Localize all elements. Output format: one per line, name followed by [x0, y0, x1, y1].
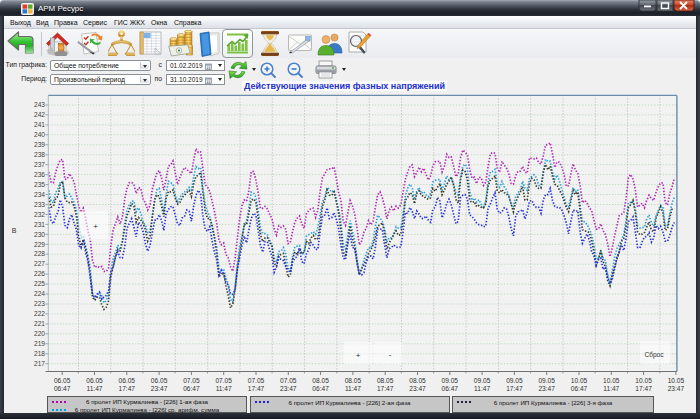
svg-text:10.05: 10.05: [571, 377, 588, 384]
svg-text:06.05: 06.05: [151, 377, 168, 384]
svg-text:-: -: [389, 350, 392, 359]
svg-text:243: 243: [34, 101, 45, 108]
svg-text:226: 226: [34, 270, 45, 277]
svg-text:09.05: 09.05: [538, 377, 555, 384]
svg-text:11:47: 11:47: [603, 385, 619, 392]
svg-text:08.05: 08.05: [377, 377, 394, 384]
svg-text:228: 228: [34, 250, 45, 257]
svg-text:06:47: 06:47: [54, 385, 71, 392]
svg-text:229: 229: [34, 241, 45, 248]
svg-text:+: +: [356, 351, 361, 360]
svg-text:07.05: 07.05: [215, 377, 232, 384]
svg-text:221: 221: [34, 320, 45, 327]
svg-text:+: +: [93, 222, 98, 231]
svg-text:06:47: 06:47: [442, 385, 459, 392]
svg-text:Сброс: Сброс: [644, 351, 664, 359]
svg-text:222: 222: [34, 310, 45, 317]
svg-text:232: 232: [34, 211, 45, 218]
svg-text:224: 224: [34, 290, 45, 297]
svg-text:09.05: 09.05: [506, 377, 523, 384]
svg-text:06:47: 06:47: [571, 385, 588, 392]
svg-text:06:47: 06:47: [312, 385, 329, 392]
svg-text:225: 225: [34, 280, 45, 287]
svg-text:218: 218: [34, 350, 45, 357]
svg-text:17:47: 17:47: [506, 385, 523, 392]
svg-text:219: 219: [34, 340, 45, 347]
svg-text:10.05: 10.05: [668, 377, 685, 384]
svg-text:06.05: 06.05: [119, 377, 136, 384]
svg-text:17:47: 17:47: [635, 385, 652, 392]
svg-text:11:47: 11:47: [474, 385, 490, 392]
svg-text:11:47: 11:47: [345, 385, 361, 392]
svg-text:217: 217: [34, 360, 45, 367]
svg-text:07.05: 07.05: [248, 377, 265, 384]
svg-text:11:47: 11:47: [86, 385, 102, 392]
svg-text:06.05: 06.05: [54, 377, 71, 384]
svg-text:23:47: 23:47: [409, 385, 426, 392]
svg-text:23:47: 23:47: [668, 385, 685, 392]
svg-text:223: 223: [34, 300, 45, 307]
svg-text:237: 237: [34, 161, 45, 168]
svg-text:233: 233: [34, 201, 45, 208]
svg-text:07.05: 07.05: [280, 377, 297, 384]
svg-text:10.05: 10.05: [635, 377, 652, 384]
svg-text:В: В: [12, 227, 17, 234]
svg-text:08.05: 08.05: [409, 377, 426, 384]
svg-text:239: 239: [34, 141, 45, 148]
svg-text:236: 236: [34, 171, 45, 178]
svg-text:17:47: 17:47: [377, 385, 394, 392]
svg-text:09.05: 09.05: [442, 377, 459, 384]
svg-text:238: 238: [34, 151, 45, 158]
svg-text:06:47: 06:47: [183, 385, 200, 392]
svg-text:06.05: 06.05: [86, 377, 103, 384]
svg-text:227: 227: [34, 260, 45, 267]
svg-text:08.05: 08.05: [345, 377, 362, 384]
svg-text:08.05: 08.05: [312, 377, 329, 384]
svg-text:11:47: 11:47: [216, 385, 232, 392]
svg-text:231: 231: [34, 221, 45, 228]
svg-text:23:47: 23:47: [280, 385, 297, 392]
svg-text:09.05: 09.05: [474, 377, 491, 384]
svg-text:23:47: 23:47: [538, 385, 555, 392]
svg-text:230: 230: [34, 231, 45, 238]
svg-text:17:47: 17:47: [248, 385, 265, 392]
svg-text:220: 220: [34, 330, 45, 337]
svg-text:235: 235: [34, 181, 45, 188]
svg-text:242: 242: [34, 111, 45, 118]
svg-text:07.05: 07.05: [183, 377, 200, 384]
svg-text:240: 240: [34, 131, 45, 138]
svg-text:234: 234: [34, 191, 45, 198]
svg-text:17:47: 17:47: [119, 385, 136, 392]
svg-text:10.05: 10.05: [603, 377, 620, 384]
svg-text:241: 241: [34, 121, 45, 128]
svg-text:23:47: 23:47: [151, 385, 168, 392]
